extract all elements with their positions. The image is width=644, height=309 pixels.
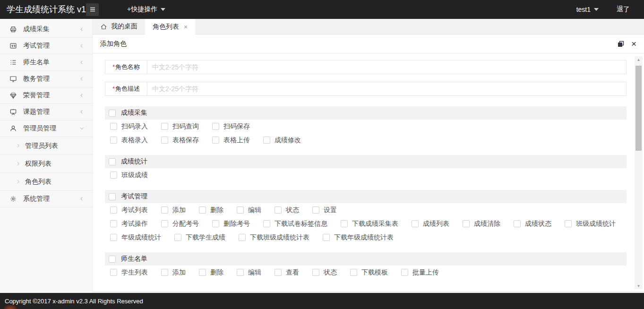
sidebar-subitem[interactable]: 权限列表 <box>0 155 92 173</box>
quick-actions-dropdown[interactable]: +快捷操作 <box>127 5 165 14</box>
permission-checkbox[interactable] <box>263 220 270 227</box>
permission-checkbox[interactable] <box>174 234 181 241</box>
permission-item[interactable]: 编辑 <box>237 206 261 215</box>
permission-checkbox[interactable] <box>212 137 219 144</box>
permission-checkbox[interactable] <box>110 269 117 276</box>
permission-item[interactable]: 删除考号 <box>212 220 250 228</box>
sidebar-item-printer[interactable]: 成绩采集 <box>0 21 92 38</box>
sidebar-item-list[interactable]: 师生名单 <box>0 54 92 71</box>
permission-checkbox[interactable] <box>199 206 206 214</box>
permission-item[interactable]: 编辑 <box>237 268 261 277</box>
group-checkbox[interactable] <box>109 158 116 165</box>
permission-item[interactable]: 考试列表 <box>110 206 148 215</box>
permission-checkbox[interactable] <box>565 220 572 227</box>
role-name-input[interactable] <box>147 60 627 74</box>
sidebar-subitem[interactable]: 角色列表 <box>0 173 92 191</box>
vertical-scrollbar[interactable]: ▲ ▼ <box>635 56 643 289</box>
group-checkbox[interactable] <box>109 256 116 263</box>
permission-checkbox[interactable] <box>212 123 219 130</box>
permission-checkbox[interactable] <box>350 269 357 276</box>
tab-close-icon[interactable]: × <box>184 23 188 31</box>
sidebar-item-exam[interactable]: 考试管理 <box>0 38 92 54</box>
permission-item[interactable]: 表格保存 <box>161 136 199 145</box>
permission-item[interactable]: 学生列表 <box>110 268 148 277</box>
permission-item[interactable]: 下载成绩采集表 <box>341 220 398 228</box>
permission-checkbox[interactable] <box>237 269 244 276</box>
tab-role-list[interactable]: 角色列表× <box>145 19 195 34</box>
permission-item[interactable]: 下载班级成绩统计表 <box>239 233 309 242</box>
close-panel-icon[interactable]: × <box>631 40 636 48</box>
permission-item[interactable]: 下载年级成绩统计表 <box>323 233 394 242</box>
scroll-down-arrow[interactable]: ▼ <box>635 283 643 289</box>
permission-checkbox[interactable] <box>212 220 219 227</box>
permission-item[interactable]: 成绩列表 <box>412 220 449 228</box>
permission-checkbox[interactable] <box>161 220 168 227</box>
group-checkbox[interactable] <box>109 110 116 117</box>
permission-checkbox[interactable] <box>199 269 206 276</box>
permission-item[interactable]: 设置 <box>312 206 337 215</box>
sidebar-item-user[interactable]: 管理员管理 <box>0 120 92 137</box>
scrollbar-thumb[interactable] <box>635 66 642 151</box>
permission-checkbox[interactable] <box>263 137 270 144</box>
permission-checkbox[interactable] <box>323 234 330 241</box>
permission-item[interactable]: 表格录入 <box>110 136 148 145</box>
permission-checkbox[interactable] <box>110 206 117 214</box>
permission-item[interactable]: 年级成绩统计 <box>110 233 161 242</box>
permission-checkbox[interactable] <box>239 234 246 241</box>
permission-checkbox[interactable] <box>110 220 117 227</box>
permission-item[interactable]: 成绩状态 <box>514 220 551 228</box>
permission-item[interactable]: 状态 <box>275 206 299 215</box>
role-desc-input[interactable] <box>147 82 627 96</box>
permission-item[interactable]: 扫码录入 <box>110 122 148 131</box>
permission-item[interactable]: 考试操作 <box>110 220 148 228</box>
sidebar-toggle-button[interactable] <box>86 3 99 16</box>
sidebar-subitem[interactable]: 管理员列表 <box>0 137 92 155</box>
restore-window-icon[interactable] <box>617 40 625 48</box>
permission-item[interactable]: 下载试卷标签信息 <box>263 220 327 228</box>
permission-checkbox[interactable] <box>110 137 117 144</box>
user-menu[interactable]: test1 <box>576 6 599 13</box>
scroll-up-arrow[interactable]: ▲ <box>635 56 643 63</box>
permission-item[interactable]: 删除 <box>199 268 223 277</box>
permission-item[interactable]: 班级成绩 <box>110 171 148 180</box>
permission-item[interactable]: 扫码保存 <box>212 122 250 131</box>
permission-checkbox[interactable] <box>161 137 168 144</box>
permission-item[interactable]: 分配考号 <box>161 220 199 228</box>
permission-item[interactable]: 添加 <box>161 268 186 277</box>
sidebar-item-monitor[interactable]: 教务管理 <box>0 71 92 87</box>
permission-checkbox[interactable] <box>275 269 282 276</box>
permission-item[interactable]: 批量上传 <box>401 268 439 277</box>
permission-item[interactable]: 成绩清除 <box>463 220 500 228</box>
sidebar-item-diamond[interactable]: 荣誉管理 <box>0 87 92 104</box>
permission-checkbox[interactable] <box>161 123 168 130</box>
permission-checkbox[interactable] <box>110 172 117 179</box>
permission-checkbox[interactable] <box>312 269 319 276</box>
permission-checkbox[interactable] <box>463 220 470 227</box>
permission-item[interactable]: 状态 <box>312 268 337 277</box>
group-checkbox[interactable] <box>109 193 116 200</box>
permission-checkbox[interactable] <box>237 206 244 214</box>
permission-checkbox[interactable] <box>161 206 168 214</box>
permission-item[interactable]: 查看 <box>275 268 299 277</box>
permission-item[interactable]: 表格上传 <box>212 136 250 145</box>
permission-checkbox[interactable] <box>275 206 282 214</box>
permission-checkbox[interactable] <box>110 123 117 130</box>
permission-checkbox[interactable] <box>401 269 408 276</box>
logout-link[interactable]: 退了 <box>617 5 630 14</box>
permission-checkbox[interactable] <box>312 206 319 214</box>
permission-item[interactable]: 添加 <box>161 206 186 215</box>
sidebar-item-gear[interactable]: 系统管理 <box>0 191 92 207</box>
tab-desktop[interactable]: 我的桌面 <box>93 19 145 34</box>
permission-checkbox[interactable] <box>341 220 348 227</box>
permission-checkbox[interactable] <box>514 220 521 227</box>
permission-item[interactable]: 下载模板 <box>350 268 388 277</box>
permission-checkbox[interactable] <box>412 220 419 227</box>
permission-item[interactable]: 删除 <box>199 206 223 215</box>
permission-item[interactable]: 下载学生成绩 <box>174 233 225 242</box>
permission-checkbox[interactable] <box>110 234 117 241</box>
sidebar-item-board[interactable]: 课题管理 <box>0 104 92 120</box>
permission-checkbox[interactable] <box>161 269 168 276</box>
permission-item[interactable]: 成绩修改 <box>263 136 301 145</box>
permission-item[interactable]: 扫码查询 <box>161 122 199 131</box>
permission-item[interactable]: 班级成绩统计 <box>565 220 616 228</box>
